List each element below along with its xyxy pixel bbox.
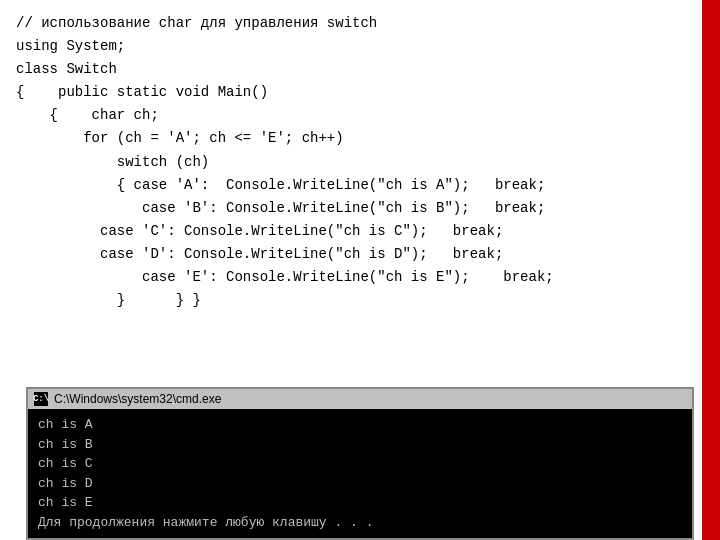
code-line-1: using System;: [16, 35, 692, 58]
cmd-output-line-3: ch is C: [38, 454, 682, 474]
code-line-12: } } }: [16, 289, 692, 312]
code-line-6: switch (ch): [16, 151, 692, 174]
cmd-title-text: C:\Windows\system32\cmd.exe: [54, 392, 686, 406]
code-line-2: class Switch: [16, 58, 692, 81]
code-area: // использование char для управления swi…: [0, 0, 720, 324]
cmd-body: ch is A ch is B ch is C ch is D ch is E …: [28, 409, 692, 538]
code-line-7: { case 'A': Console.WriteLine("ch is A")…: [16, 174, 692, 197]
code-line-10: case 'D': Console.WriteLine("ch is D"); …: [16, 243, 692, 266]
code-line-3: { public static void Main(): [16, 81, 692, 104]
cmd-output-line-1: ch is A: [38, 415, 682, 435]
code-line-9: case 'C': Console.WriteLine("ch is C"); …: [16, 220, 692, 243]
code-line-11: case 'E': Console.WriteLine("ch is E"); …: [16, 266, 692, 289]
cmd-titlebar: C:\ C:\Windows\system32\cmd.exe: [28, 389, 692, 409]
red-bar: [702, 0, 720, 540]
cmd-output-line-6: Для продолжения нажмите любую клавишу . …: [38, 513, 682, 533]
comment-line: // использование char для управления swi…: [16, 12, 692, 35]
cmd-icon: C:\: [34, 392, 48, 406]
cmd-window: C:\ C:\Windows\system32\cmd.exe ch is A …: [26, 387, 694, 540]
cmd-output-line-4: ch is D: [38, 474, 682, 494]
cmd-output-line-5: ch is E: [38, 493, 682, 513]
code-line-5: for (ch = 'A'; ch <= 'E'; ch++): [16, 127, 692, 150]
cmd-output-line-2: ch is B: [38, 435, 682, 455]
code-line-4: { char ch;: [16, 104, 692, 127]
code-line-8: case 'B': Console.WriteLine("ch is B"); …: [16, 197, 692, 220]
